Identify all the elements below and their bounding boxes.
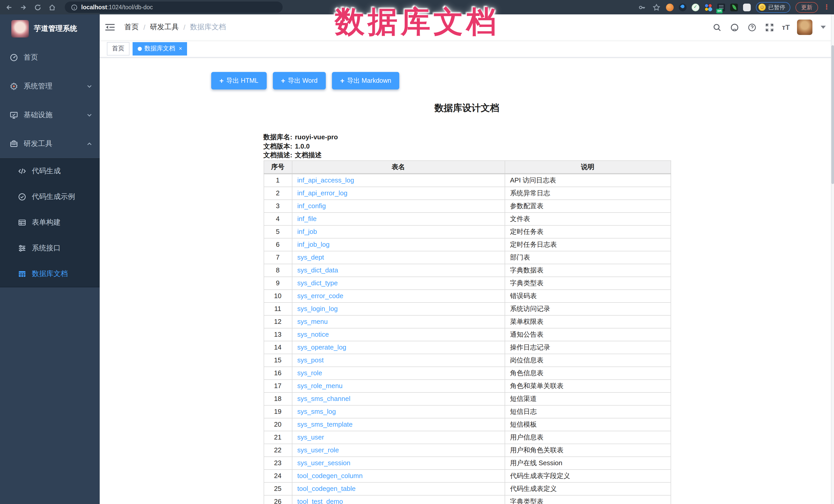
tab-数据库文档[interactable]: 数据库文档×	[133, 42, 187, 55]
export-button-3[interactable]: +导出 Markdown	[332, 72, 399, 89]
breadcrumb-item[interactable]: 首页	[124, 23, 139, 32]
table-name-link[interactable]: sys_sms_channel	[297, 395, 350, 402]
bookmark-star-icon[interactable]	[652, 3, 661, 12]
table-name-cell: tool_test_demo	[292, 495, 505, 504]
scrollbar-thumb[interactable]	[831, 45, 834, 184]
table-name-cell: sys_role_menu	[292, 379, 505, 392]
url-text[interactable]: localhost:1024/tool/db-doc	[81, 4, 153, 10]
table-name-link[interactable]: sys_role	[297, 369, 322, 376]
back-icon[interactable]	[4, 3, 13, 12]
table-name-cell: tool_codegen_column	[292, 469, 505, 482]
table-name-link[interactable]: sys_user_session	[297, 459, 350, 466]
fullscreen-icon[interactable]	[764, 22, 775, 32]
table-name-link[interactable]: inf_api_error_log	[297, 189, 347, 197]
search-icon[interactable]	[712, 22, 722, 32]
table-name-link[interactable]: inf_api_access_log	[297, 176, 354, 184]
sidebar-subitem-数据库文档[interactable]: 数据库文档	[0, 261, 100, 287]
column-header: 序号	[264, 160, 292, 174]
on-badge-extension-icon[interactable]: on	[717, 3, 725, 11]
colorful-grid-extension-icon[interactable]	[704, 3, 712, 11]
sidebar-subitem-系统接口[interactable]: 系统接口	[0, 236, 100, 261]
table-description-cell: 通知公告表	[505, 328, 671, 341]
sidebar-submenu: 代码生成代码生成示例表单构建系统接口数据库文档	[0, 158, 100, 287]
leaf-extension-icon[interactable]	[730, 3, 738, 11]
location-pin-extension-icon[interactable]	[679, 3, 686, 11]
export-button-2[interactable]: +导出 Word	[272, 72, 326, 89]
table-row: 23sys_user_session用户在线 Session	[264, 457, 671, 469]
user-avatar[interactable]	[797, 20, 812, 35]
row-number-cell: 17	[264, 379, 292, 392]
table-name-link[interactable]: sys_role_menu	[297, 382, 343, 389]
table-name-cell: sys_sms_template	[292, 418, 505, 431]
github-icon[interactable]	[729, 22, 740, 32]
table-name-link[interactable]: inf_job_log	[297, 240, 330, 248]
breadcrumb-item[interactable]: 研发工具	[150, 23, 179, 32]
close-tab-icon[interactable]: ×	[179, 46, 182, 51]
table-name-link[interactable]: sys_post	[297, 356, 324, 364]
info-icon[interactable]	[71, 4, 78, 10]
row-number-cell: 15	[264, 354, 292, 367]
table-name-link[interactable]: sys_notice	[297, 330, 329, 338]
app-logo-row[interactable]: 芋道管理系统	[0, 15, 100, 43]
row-number-cell: 20	[264, 418, 292, 431]
row-number-cell: 9	[264, 277, 292, 289]
sidebar-item-研发工具[interactable]: 研发工具	[0, 130, 100, 158]
table-name-link[interactable]: inf_job	[297, 227, 317, 235]
table-name-link[interactable]: sys_user	[297, 433, 324, 441]
table-name-link[interactable]: tool_codegen_column	[297, 472, 363, 479]
row-number-cell: 25	[264, 482, 292, 495]
ball-extension-icon[interactable]	[666, 3, 674, 11]
row-number-cell: 23	[264, 457, 292, 469]
meta-value: ruoyi-vue-pro	[295, 133, 338, 141]
sidebar-subitem-代码生成[interactable]: 代码生成	[0, 158, 100, 184]
chevron-down-icon	[86, 112, 92, 118]
table-name-link[interactable]: sys_login_log	[297, 305, 338, 312]
sidebar-subitem-代码生成示例[interactable]: 代码生成示例	[0, 184, 100, 210]
table-name-link[interactable]: inf_file	[297, 215, 316, 222]
sidebar-subitem-label: 代码生成	[32, 167, 61, 176]
reload-icon[interactable]	[33, 3, 42, 12]
page-scrollbar[interactable]	[831, 15, 834, 504]
forward-icon[interactable]	[19, 3, 28, 12]
table-name-link[interactable]: sys_sms_log	[297, 408, 336, 415]
table-name-link[interactable]: sys_dept	[297, 253, 324, 261]
key-icon[interactable]	[637, 3, 646, 12]
url-bar[interactable]: localhost:1024/tool/db-doc	[65, 2, 283, 13]
table-name-link[interactable]: tool_codegen_table	[297, 484, 356, 492]
table-name-link[interactable]: sys_operate_log	[297, 343, 346, 351]
table-name-link[interactable]: sys_menu	[297, 317, 328, 325]
sidebar-item-系统管理[interactable]: 系统管理	[0, 72, 100, 101]
row-number-cell: 19	[264, 405, 292, 418]
table-name-link[interactable]: sys_sms_template	[297, 420, 352, 428]
sidebar-item-基础设施[interactable]: 基础设施	[0, 101, 100, 130]
font-size-icon[interactable]: ᴛT	[782, 23, 790, 31]
browser-menu-icon[interactable]: ⋮	[823, 5, 830, 10]
row-number-cell: 26	[264, 495, 292, 504]
table-name-link[interactable]: inf_config	[297, 202, 326, 210]
table-name-link[interactable]: sys_user_role	[297, 446, 339, 454]
sidebar-fold-icon[interactable]	[100, 15, 120, 40]
tab-首页[interactable]: 首页	[107, 42, 130, 55]
table-row: 19sys_sms_log短信日志	[264, 405, 671, 418]
table-name-link[interactable]: tool_test_demo	[297, 497, 343, 504]
check-shield-extension-icon[interactable]	[692, 3, 699, 11]
meta-label: 数据库名:	[263, 133, 292, 141]
table-row: 6inf_job_log定时任务日志表	[264, 238, 671, 251]
table-name-cell: sys_notice	[292, 328, 505, 341]
sidebar-item-首页[interactable]: 首页	[0, 43, 100, 72]
table-name-link[interactable]: sys_error_code	[297, 292, 343, 300]
table-description-cell: 定时任务日志表	[505, 238, 671, 251]
user-menu-caret-icon[interactable]	[821, 26, 826, 29]
table-row: 9sys_dict_type字典类型表	[264, 277, 671, 289]
sidebar-subitem-表单构建[interactable]: 表单构建	[0, 210, 100, 236]
table-name-link[interactable]: sys_dict_type	[297, 279, 338, 287]
browser-update-button[interactable]: 更新	[795, 2, 818, 13]
help-icon[interactable]	[747, 22, 757, 32]
table-name-cell: sys_sms_log	[292, 405, 505, 418]
paused-extension-badge[interactable]: ☺ 已暂停	[756, 2, 790, 13]
home-icon[interactable]	[47, 3, 57, 12]
export-button-1[interactable]: +导出 HTML	[211, 72, 266, 89]
table-description-cell: 字典类型表	[505, 495, 671, 504]
table-name-link[interactable]: sys_dict_data	[297, 266, 338, 274]
puzzle-extension-icon[interactable]	[743, 3, 751, 11]
